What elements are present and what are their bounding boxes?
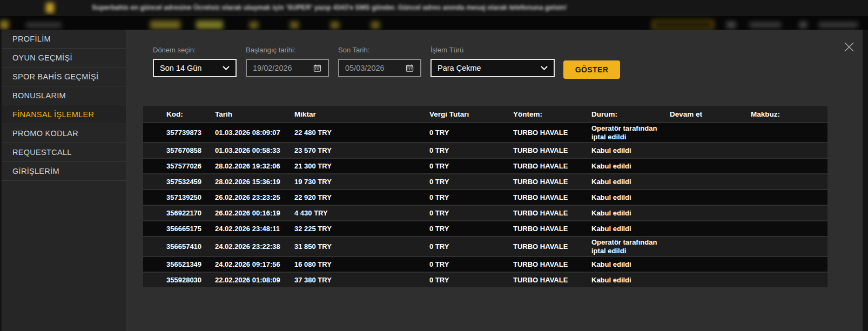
cell-miktar: 32 225 TRY — [294, 225, 429, 233]
cell-vergi: 0 TRY — [429, 129, 513, 137]
chevron-down-icon — [223, 66, 230, 70]
sidebar-item[interactable]: OYUN GEÇMİŞİ — [2, 49, 126, 67]
cell-kod: 357139250 — [166, 193, 215, 201]
cell-yontem: TURBO HAVALE — [513, 193, 591, 201]
site-logo-blur — [0, 21, 9, 29]
header-vergi: Vergi Tutarı — [429, 110, 513, 118]
start-date-input[interactable]: 19/02/2026 — [246, 59, 329, 77]
cell-kod: 357670858 — [166, 146, 215, 154]
nav-cta-button-blur — [652, 21, 714, 29]
nav-icon-blur — [371, 22, 380, 29]
nav-icon-blur — [799, 22, 807, 28]
sidebar-item-label: PROFİLİM — [12, 35, 51, 43]
cell-yontem: TURBO HAVALE — [513, 178, 591, 186]
sidebar-item[interactable]: REQUESTCALL — [2, 143, 126, 162]
header-durum: Durum: — [591, 110, 670, 118]
header-miktar: Miktar — [294, 110, 429, 118]
cell-miktar: 22 480 TRY — [294, 129, 429, 137]
cell-miktar: 22 920 TRY — [294, 193, 429, 201]
cell-vergi: 0 TRY — [429, 162, 513, 170]
cell-durum: Kabul edildi — [591, 178, 670, 186]
cell-durum: Kabul edildi — [591, 162, 670, 171]
period-label: Dönem seçin: — [153, 46, 237, 54]
nav-text-blur — [819, 22, 858, 28]
sidebar-item-label: OYUN GEÇMİŞİ — [12, 53, 72, 62]
sidebar-item[interactable]: PROFİLİM — [2, 30, 126, 49]
cell-yontem: TURBO HAVALE — [513, 225, 591, 233]
cell-vergi: 0 TRY — [429, 209, 513, 217]
site-navbar-blurred — [0, 16, 868, 30]
cell-durum: Kabul edildi — [591, 193, 670, 202]
cell-durum: Kabul edildi — [591, 276, 670, 285]
header-yontem: Yöntem: — [513, 110, 591, 118]
header-makbuz: Makbuz: — [751, 110, 827, 118]
cell-vergi: 0 TRY — [429, 178, 513, 186]
transaction-type-filter-group: İşlem Türü Para Çekme — [430, 46, 555, 77]
end-date-label: Son Tarih: — [338, 46, 421, 54]
period-selected-value: Son 14 Gün — [160, 64, 201, 72]
close-icon — [844, 42, 854, 52]
transaction-type-select[interactable]: Para Çekme — [430, 59, 555, 77]
transactions-table: Kod: Tarih Miktar Vergi Tutarı Yöntem: D… — [143, 106, 827, 288]
nav-icon-blur — [290, 22, 299, 29]
cell-durum: Kabul edildi — [591, 209, 670, 218]
start-date-value: 19/02/2026 — [253, 64, 292, 72]
cell-tarih: 22.02.2026 01:08:09 — [215, 276, 294, 284]
cell-yontem: TURBO HAVALE — [513, 260, 591, 268]
sms-promo-banner: Superbahis en güncel adresine Ücretsiz o… — [0, 0, 868, 16]
cell-miktar: 21 300 TRY — [294, 162, 429, 170]
cell-yontem: TURBO HAVALE — [513, 146, 591, 154]
cell-kod: 356665175 — [166, 225, 215, 233]
cell-kod: 357532459 — [166, 178, 215, 186]
cell-yontem: TURBO HAVALE — [513, 129, 591, 137]
cell-yontem: TURBO HAVALE — [513, 209, 591, 217]
table-row: 357670858 01.03.2026 00:58:33 23 570 TRY… — [143, 143, 827, 158]
table-row: 356657410 24.02.2026 23:22:38 31 850 TRY… — [143, 237, 827, 256]
cell-miktar: 31 850 TRY — [294, 242, 429, 251]
cell-durum: Operatör tarafından iptal edildi — [591, 238, 670, 255]
sidebar-item-label: GİRİŞLERİM — [12, 167, 59, 175]
sidebar-item[interactable]: GİRİŞLERİM — [2, 162, 126, 181]
nav-promo-badge-blur — [196, 21, 223, 29]
cell-kod: 357739873 — [166, 129, 215, 137]
period-select[interactable]: Son 14 Gün — [153, 59, 237, 77]
banner-text: Superbahis en güncel adresine Ücretsiz o… — [92, 0, 567, 16]
banner-phone-icon — [46, 3, 54, 13]
cell-tarih: 24.02.2026 23:48:11 — [215, 225, 294, 233]
calendar-icon — [313, 64, 322, 72]
cell-miktar: 37 380 TRY — [294, 276, 429, 284]
sidebar-item-label: SPOR BAHİS GEÇMİŞİ — [12, 72, 98, 81]
cell-yontem: TURBO HAVALE — [513, 162, 591, 170]
cell-tarih: 28.02.2026 19:32:06 — [215, 162, 294, 170]
cell-tarih: 28.02.2026 15:36:19 — [215, 178, 294, 186]
cell-vergi: 0 TRY — [429, 225, 513, 233]
table-row: 356922170 26.02.2026 00:16:19 4 430 TRY … — [143, 206, 827, 220]
cell-kod: 356657410 — [166, 242, 215, 251]
start-date-label: Başlangıç tarihi: — [246, 46, 329, 54]
sidebar-item[interactable]: SPOR BAHİS GEÇMİŞİ — [2, 67, 126, 86]
sidebar-item[interactable]: BONUSLARIM — [2, 86, 126, 105]
cell-tarih: 26.02.2026 00:16:19 — [215, 209, 294, 217]
calendar-icon — [406, 64, 414, 72]
transaction-type-selected-value: Para Çekme — [438, 64, 481, 72]
page-root: Superbahis en güncel adresine Ücretsiz o… — [0, 0, 868, 331]
cell-durum: Kabul edildi — [591, 225, 670, 233]
sidebar-item-label: BONUSLARIM — [12, 91, 66, 100]
sidebar-item[interactable]: FİNANSAL İŞLEMLER — [2, 105, 126, 124]
table-row: 357532459 28.02.2026 15:36:19 19 730 TRY… — [143, 174, 827, 189]
cell-kod: 356922170 — [166, 209, 215, 217]
cell-miktar: 16 080 TRY — [294, 260, 429, 268]
cell-vergi: 0 TRY — [429, 242, 513, 251]
show-button[interactable]: GÖSTER — [563, 60, 620, 79]
nav-icon-blur — [726, 22, 736, 28]
end-date-input[interactable]: 05/03/2026 — [338, 59, 421, 77]
period-filter-group: Dönem seçin: Son 14 Gün — [153, 46, 237, 77]
cell-yontem: TURBO HAVALE — [513, 276, 591, 284]
cell-durum: Kabul edildi — [591, 260, 670, 269]
close-button[interactable] — [843, 40, 856, 53]
cell-vergi: 0 TRY — [429, 276, 513, 284]
cell-tarih: 01.03.2026 00:58:33 — [215, 146, 294, 154]
nav-promo-badge-blur — [150, 21, 180, 29]
cell-durum: Operatör tarafından iptal edildi — [591, 124, 670, 141]
sidebar-item[interactable]: PROMO KODLAR — [2, 124, 126, 143]
